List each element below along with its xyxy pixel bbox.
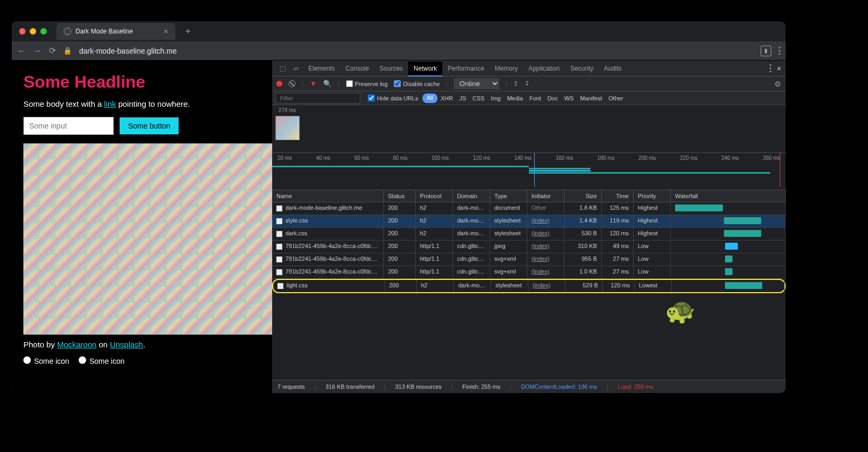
reload-button[interactable]: ⟳: [49, 46, 56, 56]
devtools-tab-network[interactable]: Network: [408, 62, 442, 76]
column-domain[interactable]: Domain: [453, 190, 490, 202]
author-link[interactable]: Mockaroon: [57, 340, 96, 349]
column-type[interactable]: Type: [490, 190, 527, 202]
address-bar: ← → ⟳ 🔒 dark-mode-baseline.glitch.me ▮: [12, 41, 786, 61]
filter-type-ws[interactable]: WS: [561, 93, 577, 103]
extension-icon[interactable]: ▮: [761, 46, 771, 56]
devtools-tab-performance[interactable]: Performance: [442, 62, 490, 75]
device-icon[interactable]: ▱: [290, 64, 302, 72]
overview-time-label: 279 ms: [279, 107, 296, 113]
titlebar: Dark Mode Baseline × +: [12, 21, 786, 41]
upload-har-icon[interactable]: ↥: [513, 80, 518, 87]
hero-image: [23, 143, 272, 335]
devtools-tab-console[interactable]: Console: [340, 62, 374, 75]
overview-pane[interactable]: 279 ms: [272, 105, 786, 153]
download-har-icon[interactable]: ↧: [525, 80, 529, 87]
submit-button[interactable]: Some button: [119, 117, 179, 135]
page-headline: Some Headline: [23, 72, 260, 92]
column-protocol[interactable]: Protocol: [416, 190, 453, 202]
preserve-log-checkbox[interactable]: Preserve log: [346, 80, 388, 87]
devtools-tab-audits[interactable]: Audits: [599, 62, 627, 75]
body-link[interactable]: link: [104, 99, 116, 108]
requests-count: 7 requests: [277, 383, 305, 390]
bulb-icon: [23, 356, 31, 364]
search-icon[interactable]: 🔍: [323, 80, 332, 88]
filter-type-all[interactable]: All: [423, 93, 437, 103]
status-bar: 7 requests | 316 KB transferred | 313 KB…: [272, 380, 786, 393]
table-row[interactable]: dark.css200h2dark-mo…stylesheet(index)53…: [272, 228, 786, 241]
globe-icon: [64, 28, 71, 35]
url-input[interactable]: dark-mode-baseline.glitch.me: [79, 47, 753, 55]
resources-size: 313 KB resources: [395, 383, 441, 390]
filter-type-font[interactable]: Font: [526, 93, 544, 103]
window-controls: [19, 28, 47, 35]
devtools-tab-security[interactable]: Security: [565, 62, 599, 75]
table-header: NameStatusProtocolDomainTypeInitiatorSiz…: [272, 190, 786, 202]
table-row[interactable]: light.css200h2dark-mo…stylesheet(index)5…: [272, 279, 786, 293]
close-window-button[interactable]: [19, 28, 26, 35]
table-row[interactable]: 791b2241-459b-4a2e-8cca-c0fdc2…200http/1…: [272, 266, 786, 279]
filter-type-css[interactable]: CSS: [469, 93, 488, 103]
table-row[interactable]: 791b2241-459b-4a2e-8cca-c0fdc2…200http/1…: [272, 253, 786, 266]
column-size[interactable]: Size: [564, 190, 602, 202]
filter-type-xhr[interactable]: XHR: [437, 93, 456, 103]
record-button[interactable]: [276, 81, 282, 87]
devtools-tab-sources[interactable]: Sources: [374, 62, 408, 75]
settings-icon[interactable]: ⚙: [774, 80, 781, 88]
browser-tab[interactable]: Dark Mode Baseline ×: [56, 23, 175, 40]
filter-type-other[interactable]: Other: [605, 93, 627, 103]
column-waterfall[interactable]: Waterfall: [671, 190, 786, 202]
column-status[interactable]: Status: [384, 190, 416, 202]
filter-toggle-icon[interactable]: ▼: [310, 80, 317, 88]
dcl-time: DOMContentLoaded: 136 ms: [521, 383, 597, 390]
filter-type-js[interactable]: JS: [456, 93, 469, 103]
table-row[interactable]: style.css200h2dark-mo…stylesheet(index)1…: [272, 215, 786, 228]
clear-button[interactable]: [289, 80, 296, 87]
network-toolbar: | ▼ 🔍 | Preserve log Disable cache | Onl…: [272, 76, 786, 91]
close-tab-button[interactable]: ×: [164, 27, 168, 36]
filter-input[interactable]: [275, 93, 360, 104]
column-initiator[interactable]: Initiator: [527, 190, 564, 202]
devtools-tab-application[interactable]: Application: [523, 62, 565, 75]
filter-bar: Hide data URLs AllXHRJSCSSImgMediaFontDo…: [272, 91, 786, 105]
close-devtools-button[interactable]: ×: [777, 64, 781, 73]
table-row[interactable]: 791b2241-459b-4a2e-8cca-c0fdc2…200http/1…: [272, 241, 786, 253]
back-button[interactable]: ←: [17, 46, 26, 56]
inspect-icon[interactable]: ⬚: [276, 64, 289, 72]
filter-type-media[interactable]: Media: [504, 93, 526, 103]
devtools-tab-memory[interactable]: Memory: [490, 62, 523, 75]
forward-button[interactable]: →: [33, 46, 41, 56]
column-priority[interactable]: Priority: [634, 190, 671, 202]
tab-title: Dark Mode Baseline: [75, 28, 133, 35]
timeline-ruler[interactable]: 20 ms40 ms60 ms80 ms100 ms120 ms140 ms16…: [272, 153, 786, 190]
table-row[interactable]: dark-mode-baseline.glitch.me200h2dark-mo…: [272, 202, 786, 215]
lock-icon[interactable]: 🔒: [63, 47, 72, 55]
maximize-window-button[interactable]: [40, 28, 47, 35]
column-time[interactable]: Time: [602, 190, 634, 202]
devtools-tabs: ⬚ ▱ ElementsConsoleSourcesNetworkPerform…: [272, 61, 786, 76]
filter-type-doc[interactable]: Doc: [544, 93, 561, 103]
source-link[interactable]: Unsplash: [110, 340, 144, 349]
devtools-menu-button[interactable]: [770, 64, 771, 72]
disable-cache-checkbox[interactable]: Disable cache: [394, 80, 440, 87]
devtools-panel: ⬚ ▱ ElementsConsoleSourcesNetworkPerform…: [272, 61, 786, 393]
turtle-emoji: 🐢: [665, 296, 695, 325]
screenshot-thumb[interactable]: [275, 116, 300, 140]
page-body: Some body text with a link pointing to n…: [23, 99, 260, 108]
minimize-window-button[interactable]: [30, 28, 36, 35]
new-tab-button[interactable]: +: [185, 26, 191, 37]
browser-menu-button[interactable]: [779, 47, 780, 55]
bulb-icon: [79, 356, 86, 364]
throttling-select[interactable]: Online: [454, 78, 499, 89]
text-input[interactable]: [23, 117, 114, 135]
browser-window: Dark Mode Baseline × + ← → ⟳ 🔒 dark-mode…: [12, 21, 786, 393]
transferred-size: 316 KB transferred: [325, 383, 374, 390]
filter-type-img[interactable]: Img: [488, 93, 504, 103]
filter-type-manifest[interactable]: Manifest: [577, 93, 605, 103]
devtools-tab-elements[interactable]: Elements: [303, 62, 340, 75]
webpage: Some Headline Some body text with a link…: [12, 61, 272, 393]
finish-time: Finish: 255 ms: [462, 383, 501, 390]
hide-data-urls-checkbox[interactable]: Hide data URLs: [368, 95, 418, 101]
column-name[interactable]: Name: [272, 190, 384, 202]
image-caption: Photo by Mockaroon on Unsplash.: [23, 340, 260, 349]
